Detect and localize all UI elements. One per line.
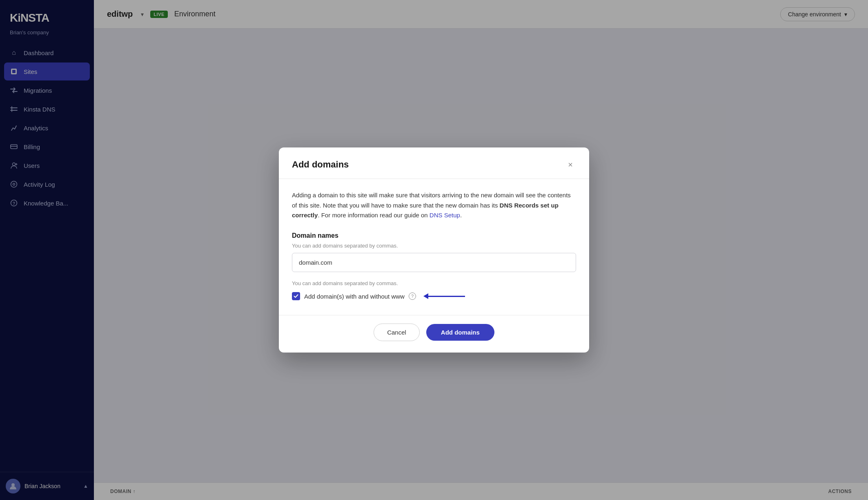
arrow-head-icon — [423, 293, 428, 299]
input-hint-1: You can add domains separated by commas. — [292, 243, 576, 249]
modal-header: Add domains × — [279, 147, 589, 179]
cancel-button[interactable]: Cancel — [374, 324, 420, 341]
arrow-annotation — [423, 293, 465, 299]
modal-footer: Cancel Add domains — [279, 315, 589, 353]
arrow-line — [428, 296, 465, 297]
dns-setup-link[interactable]: DNS Setup — [430, 212, 460, 219]
add-domains-button[interactable]: Add domains — [426, 324, 494, 341]
add-domains-modal: Add domains × Adding a domain to this si… — [279, 147, 589, 353]
www-checkbox-label: Add domain(s) with and without www — [304, 293, 405, 300]
modal-description: Adding a domain to this site will make s… — [292, 190, 576, 221]
domain-names-label: Domain names — [292, 232, 576, 239]
www-checkbox-row: Add domain(s) with and without www ? — [292, 292, 576, 300]
domain-input[interactable] — [292, 253, 576, 272]
input-hint-2: You can add domains separated by commas. — [292, 280, 576, 286]
help-icon[interactable]: ? — [409, 292, 416, 300]
www-checkbox[interactable] — [292, 292, 300, 300]
modal-body: Adding a domain to this site will make s… — [279, 179, 589, 315]
modal-overlay[interactable]: Add domains × Adding a domain to this si… — [0, 0, 868, 500]
close-button[interactable]: × — [565, 159, 576, 170]
modal-title: Add domains — [292, 159, 349, 170]
